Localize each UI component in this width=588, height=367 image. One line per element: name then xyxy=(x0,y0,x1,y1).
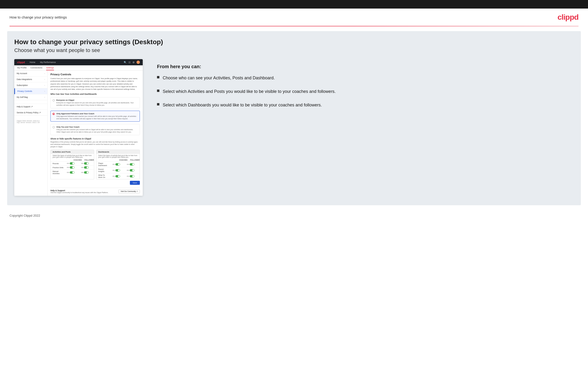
what-to-work-on-label: What To Work On xyxy=(98,174,109,178)
app-subnav: My Profile Connections Settings xyxy=(14,65,143,71)
practice-coach-toggle[interactable] xyxy=(70,166,74,169)
copyright: Copyright Clippd 2022 xyxy=(9,214,40,217)
chevron-icon: › xyxy=(44,84,45,86)
rounds-follower-toggle-pair: ON xyxy=(78,162,92,165)
toggle-row-manual: Manual Activities ON ON xyxy=(51,169,94,175)
radio-button-only-you[interactable] xyxy=(52,126,55,128)
app-logo-icon: clippd xyxy=(17,61,25,64)
subnav-settings[interactable]: Settings xyxy=(46,67,54,70)
header: How to change your privacy settings clip… xyxy=(0,8,588,26)
bullet-text-2: Select which Activities and Posts you wo… xyxy=(163,89,336,94)
radio-approved-followers[interactable]: Only Approved Followers and Your Coach O… xyxy=(51,111,140,122)
avatar[interactable] xyxy=(137,61,140,64)
rounds-coach-toggle-pair: ON xyxy=(63,162,78,165)
rounds-follower-toggle[interactable] xyxy=(84,162,89,165)
d-followers-col-header: FOLLOWERS xyxy=(130,159,138,161)
toggle-row-what-to-work-on: What To Work On ON ON xyxy=(96,173,140,179)
what-to-work-on-coach-toggle[interactable] xyxy=(115,175,120,177)
sidebar-item-privacy-controls[interactable]: Privacy Controls › xyxy=(14,88,47,94)
round-insights-coach-toggle[interactable] xyxy=(115,169,120,172)
page-title: How to change your privacy settings xyxy=(9,15,67,19)
bullet-text-1: Choose who can see your Activities, Post… xyxy=(163,75,275,81)
subnav-connections[interactable]: Connections xyxy=(30,67,42,70)
panel-desc: Control how you and your data appears to… xyxy=(51,77,140,91)
player-dashboard-follower-toggle[interactable] xyxy=(130,163,134,166)
sidebar-item-separator xyxy=(14,100,47,104)
app-nav-home[interactable]: Home xyxy=(29,61,35,63)
practice-follower-toggle[interactable] xyxy=(84,166,89,169)
show-hide-title: Show or hide specific features in Clippd xyxy=(51,138,140,140)
what-to-work-on-follower-toggle[interactable] xyxy=(130,175,134,177)
player-dashboard-follower-pair: ON xyxy=(123,163,138,166)
version-line2: SQL Server Version: 2022.7.35 xyxy=(17,122,45,123)
radio-desc-everyone: Everyone on Clippd can search for you an… xyxy=(56,102,138,106)
search-icon[interactable]: 🔍 xyxy=(124,61,127,64)
followers-col-header: FOLLOWERS xyxy=(85,159,92,161)
app-nav-performance[interactable]: My Performance xyxy=(40,61,56,63)
dashboards-col-headers: COACHES FOLLOWERS xyxy=(96,159,140,161)
player-dashboard-coach-pair: ON xyxy=(109,163,123,166)
sidebar-item-data-integrations[interactable]: Data Integrations › xyxy=(14,76,47,83)
bullet-item-1: Choose who can see your Activities, Post… xyxy=(157,75,571,81)
main-heading: How to change your privacy settings (Des… xyxy=(14,38,574,46)
round-insights-follower-pair: ON xyxy=(123,169,138,172)
radio-label-approved: Only Approved Followers and Your Coach xyxy=(56,113,138,115)
activities-col-headers: COACHES FOLLOWERS xyxy=(51,159,94,161)
manual-coach-toggle-pair: ON xyxy=(63,171,78,174)
show-hide-desc: Regardless of the privacy controls that … xyxy=(51,141,140,148)
logo: clippd xyxy=(558,13,579,22)
visit-community-button[interactable]: Visit Our Community ↗ xyxy=(119,190,140,193)
manual-follower-toggle[interactable] xyxy=(84,171,89,174)
sidebar-item-my-golf-bag[interactable]: My Golf Bag › xyxy=(14,94,47,100)
bullet-item-3: Select which Dashboards you would like t… xyxy=(157,102,571,108)
toggle-row-player-dashboard: Player Dashboard ON ON xyxy=(96,161,140,167)
manual-coach-toggle[interactable] xyxy=(70,171,74,174)
main-subheading: Choose what you want people to see xyxy=(14,47,574,53)
radio-everyone[interactable]: Everyone on Clippd Everyone on Clippd ca… xyxy=(51,97,140,108)
toggle-row-round-insights: Round Insights ON ON xyxy=(96,167,140,173)
bullet-item-2: Select which Activities and Posts you wo… xyxy=(157,89,571,94)
radio-label-everyone: Everyone on Clippd xyxy=(56,99,138,101)
round-insights-follower-toggle[interactable] xyxy=(130,169,134,172)
practice-label: Practice Drills xyxy=(52,167,63,169)
round-insights-coach-pair: ON xyxy=(109,169,123,172)
help-desc: Visit the Clippd community to troublesho… xyxy=(51,192,108,193)
dashboards-card-header: Dashboards xyxy=(96,150,140,154)
rounds-coach-toggle[interactable] xyxy=(70,162,74,165)
settings-icon[interactable]: ⚙ xyxy=(132,61,135,64)
chevron-icon: › xyxy=(44,96,45,98)
player-dashboard-coach-toggle[interactable] xyxy=(115,163,120,166)
visit-community-label: Visit Our Community ↗ xyxy=(121,191,138,192)
bullet-list: Choose who can see your Activities, Post… xyxy=(157,75,571,108)
bullet-icon-1 xyxy=(157,76,159,78)
app-navbar: clippd Home My Performance 🔍 ☷ ⚙ xyxy=(14,59,143,65)
sidebar-item-my-account[interactable]: My Account › xyxy=(14,71,47,76)
radio-button-approved[interactable] xyxy=(52,113,55,115)
radio-desc-only-you: Only you and the coaches you connect wit… xyxy=(56,128,138,133)
activities-card-desc: Select the types of activity that you'd … xyxy=(51,154,94,159)
manual-follower-toggle-pair: ON xyxy=(78,171,92,174)
radio-only-you[interactable]: Only You and Your Coach Only you and the… xyxy=(51,124,140,135)
right-panel: From here you can: Choose who can see yo… xyxy=(152,59,574,111)
sidebar-item-help[interactable]: Help & Support ↗ xyxy=(14,104,47,110)
subnav-my-profile[interactable]: My Profile xyxy=(17,67,27,70)
d-coaches-col-header: COACHES xyxy=(119,159,127,161)
radio-desc-approved: Only approved followers and coaches you … xyxy=(56,115,138,120)
sidebar-item-subscription[interactable]: Subscription › xyxy=(14,83,47,88)
what-to-work-on-follower-pair: ON xyxy=(123,175,138,177)
app-sidebar: My Account › Data Integrations › Subscri… xyxy=(14,71,48,196)
sidebar-item-privacy-policy[interactable]: Service & Privacy Policy ↗ xyxy=(14,110,47,116)
toggles-row: Activities and Posts Select the types of… xyxy=(51,150,140,179)
rounds-label: Rounds xyxy=(52,162,63,165)
app-body: My Account › Data Integrations › Subscri… xyxy=(14,71,143,196)
radio-button-everyone[interactable] xyxy=(52,99,55,101)
help-section: Help & Support Visit the Clippd communit… xyxy=(51,188,140,193)
main-content: How to change your privacy settings (Des… xyxy=(7,31,581,205)
grid-icon[interactable]: ☷ xyxy=(129,61,130,64)
save-button[interactable]: Save xyxy=(130,181,140,185)
activities-card: Activities and Posts Select the types of… xyxy=(51,150,94,179)
who-can-see-heading: Who Can See Your Activities and Dashboar… xyxy=(51,93,140,95)
round-insights-label: Round Insights xyxy=(98,168,109,172)
sidebar-footer: Clippd Client Version: 2022.8.2 SQL Serv… xyxy=(14,118,47,125)
chevron-icon: › xyxy=(44,79,45,80)
